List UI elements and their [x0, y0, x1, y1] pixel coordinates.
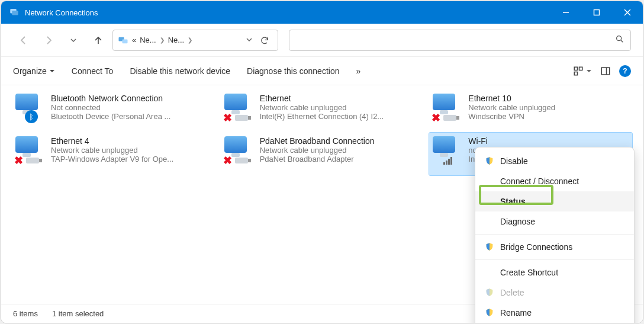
error-x-icon: ✖: [223, 111, 234, 122]
bluetooth-icon: ᛒ: [25, 110, 38, 123]
error-x-icon: ✖: [223, 154, 234, 165]
svg-rect-7: [123, 39, 128, 43]
menu-status[interactable]: Status: [475, 191, 634, 211]
connection-status: Network cable unplugged: [51, 146, 173, 155]
selection-count: 1 item selected: [52, 309, 104, 318]
shield-icon: [485, 156, 494, 166]
svg-line-9: [621, 40, 623, 42]
shield-icon: [485, 242, 494, 252]
connection-device: Windscribe VPN: [468, 112, 555, 121]
svg-rect-1: [12, 11, 18, 15]
connection-status: Network cable unplugged: [468, 103, 555, 112]
window-title: Network Connections: [25, 8, 550, 17]
nic-icon: [235, 115, 247, 123]
connection-name: Bluetooth Network Connection: [51, 94, 170, 103]
nic-icon: [443, 115, 455, 123]
minimize-button[interactable]: [550, 1, 581, 24]
error-x-icon: ✖: [14, 154, 25, 165]
menu-separator: [475, 234, 634, 235]
network-icon: [118, 35, 128, 46]
chevron-right-icon: ❯: [160, 37, 165, 43]
svg-rect-11: [579, 67, 582, 70]
connection-device: Bluetooth Device (Personal Area ...: [51, 112, 170, 121]
svg-rect-10: [574, 67, 577, 70]
context-menu: Disable Connect / Disconnect Status Diag…: [475, 147, 635, 323]
menu-delete: Delete: [475, 283, 634, 303]
window: Network Connections « Ne... ❯ Ne... ❯: [1, 1, 643, 323]
connection-device: PdaNet Broadband Adapter: [260, 155, 375, 163]
svg-rect-13: [601, 68, 610, 75]
nic-icon: [26, 158, 38, 166]
command-bar: Organize Connect To Disable this network…: [1, 57, 643, 85]
menu-create-shortcut[interactable]: Create Shortcut: [475, 262, 634, 283]
connection-bluetooth[interactable]: ᛒ Bluetooth Network Connection Not conne…: [12, 90, 215, 133]
crumb-seg1: Ne...: [140, 36, 156, 44]
svg-rect-12: [574, 72, 577, 75]
chevron-down-icon[interactable]: [246, 36, 253, 44]
connection-status: Not connected: [51, 103, 170, 112]
navbar: « Ne... ❯ Ne... ❯: [1, 24, 643, 57]
connection-ethernet4[interactable]: ✖ Ethernet 4 Network cable unplugged TAP…: [12, 133, 215, 175]
connection-ethernet[interactable]: ✖ Ethernet Network cable unplugged Intel…: [221, 90, 424, 133]
recent-dropdown[interactable]: [63, 30, 84, 51]
connection-name: Ethernet: [260, 94, 384, 103]
organize-menu[interactable]: Organize: [13, 66, 55, 76]
preview-pane-button[interactable]: [600, 66, 611, 76]
svg-rect-3: [594, 10, 600, 15]
back-button[interactable]: [13, 30, 34, 51]
shield-icon: [485, 308, 494, 317]
connection-ethernet10[interactable]: ✖ Ethernet 10 Network cable unplugged Wi…: [429, 90, 632, 133]
search-icon: [615, 34, 624, 46]
shield-icon: [485, 288, 494, 297]
overflow-button[interactable]: »: [356, 66, 360, 76]
nic-icon: [235, 158, 247, 166]
app-icon: [8, 7, 20, 18]
maximize-button[interactable]: [581, 1, 612, 24]
search-input[interactable]: [289, 30, 631, 51]
item-count: 6 items: [13, 309, 38, 318]
connection-pdanet[interactable]: ✖ PdaNet Broadband Connection Network ca…: [221, 133, 424, 175]
crumb-seg2: Ne...: [168, 36, 184, 44]
disable-device-button[interactable]: Disable this network device: [130, 66, 230, 76]
connect-to-button[interactable]: Connect To: [72, 66, 114, 76]
connection-name: Wi-Fi: [468, 136, 505, 146]
connection-device: TAP-Windows Adapter V9 for Ope...: [51, 155, 173, 163]
connection-name: PdaNet Broadband Connection: [260, 136, 375, 146]
menu-rename[interactable]: Rename: [475, 303, 634, 323]
view-layout-button[interactable]: [573, 66, 592, 76]
refresh-button[interactable]: [256, 30, 273, 51]
connection-name: Ethernet 10: [468, 94, 555, 103]
up-button[interactable]: [88, 30, 109, 51]
crumb-prefix: «: [132, 36, 136, 44]
connection-status: Network cable unplugged: [260, 103, 384, 112]
connection-name: Ethernet 4: [51, 136, 173, 146]
menu-disable[interactable]: Disable: [475, 151, 634, 171]
menu-bridge[interactable]: Bridge Connections: [475, 237, 634, 257]
close-button[interactable]: [612, 1, 643, 24]
connection-device: Intel(R) Ethernet Connection (4) I2...: [260, 112, 384, 121]
diagnose-button[interactable]: Diagnose this connection: [247, 66, 339, 76]
forward-button[interactable]: [38, 30, 59, 51]
error-x-icon: ✖: [432, 111, 442, 122]
connection-status: Network cable unplugged: [260, 146, 375, 155]
breadcrumb[interactable]: « Ne... ❯ Ne... ❯: [112, 30, 278, 51]
titlebar: Network Connections: [1, 1, 643, 24]
menu-separator: [475, 259, 634, 260]
wifi-icon: [443, 157, 452, 165]
menu-diagnose[interactable]: Diagnose: [475, 211, 634, 232]
chevron-right-icon: ❯: [188, 37, 192, 43]
svg-point-8: [617, 36, 622, 40]
menu-connect-disconnect[interactable]: Connect / Disconnect: [475, 171, 634, 191]
help-button[interactable]: ?: [619, 65, 631, 77]
